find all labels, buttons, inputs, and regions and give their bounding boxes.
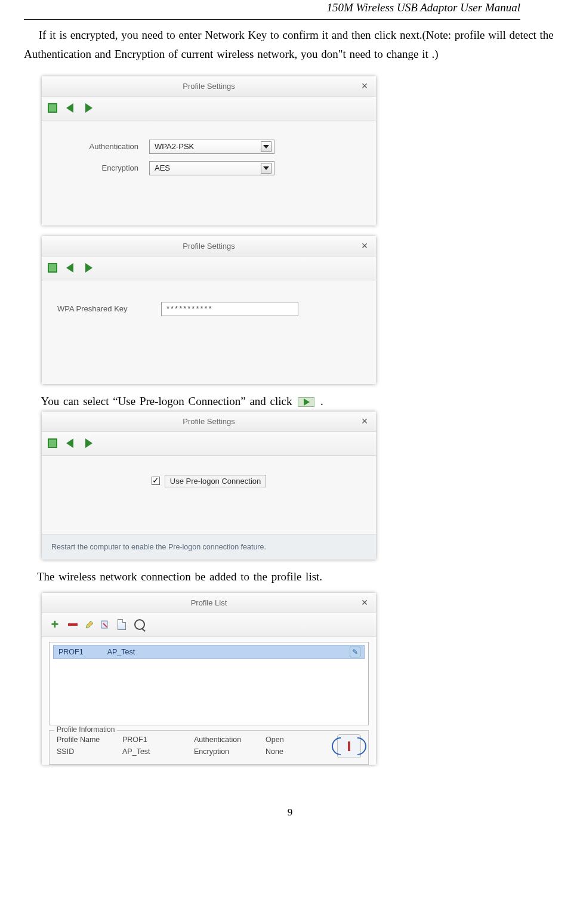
profile-list-toolbar: +	[42, 613, 376, 637]
profile-name-label: Profile Name	[57, 736, 122, 744]
encryption-value: AES	[155, 163, 170, 172]
authentication-select[interactable]: WPA2-PSK	[149, 140, 274, 154]
page-header: 150M Wireless USB Adaptor User Manual	[24, 1, 520, 14]
close-icon[interactable]: ×	[359, 81, 370, 91]
scan-icon	[134, 619, 145, 630]
dialog-title: Profile Settings ×	[42, 236, 376, 257]
dialog-title-text: Profile Settings	[183, 242, 235, 251]
prelogon-checkbox[interactable]	[152, 477, 160, 485]
dialog-title-text: Profile Settings	[183, 82, 235, 91]
profile-list: PROF1 AP_Test ✎	[49, 642, 369, 725]
row-action-icon[interactable]: ✎	[350, 647, 360, 657]
stop-icon[interactable]	[48, 438, 57, 448]
dialog-toolbar	[42, 257, 376, 280]
scan-button[interactable]	[134, 619, 146, 631]
encryption-label: Encryption	[54, 163, 149, 172]
dialog-title: Profile Settings ×	[42, 76, 376, 97]
signal-icon	[337, 734, 361, 758]
dialog-toolbar	[42, 97, 376, 120]
dialog-title-text: Profile List	[191, 598, 227, 607]
back-button[interactable]	[63, 437, 76, 450]
pencil-doc-icon	[100, 620, 110, 629]
profile-settings-dialog-3: Profile Settings × Use Pre-logon Connect…	[42, 412, 376, 560]
profile-settings-dialog-1: Profile Settings × Authentication WPA2-P…	[42, 76, 376, 225]
arrow-left-icon	[66, 438, 73, 448]
next-button[interactable]	[82, 437, 95, 450]
prelogon-checkbox-label: Use Pre-logon Connection	[165, 475, 266, 487]
paragraph-3a: You can select “Use Pre-logon Connection…	[41, 395, 297, 407]
close-icon[interactable]: ×	[359, 416, 370, 427]
arrow-right-icon	[85, 103, 92, 113]
enc-label: Encryption	[194, 747, 266, 756]
profile-name-value: PROF1	[122, 736, 194, 744]
profile-list-row[interactable]: PROF1 AP_Test ✎	[53, 645, 365, 659]
ssid-value: AP_Test	[122, 747, 194, 756]
preshared-key-value: ***********	[166, 304, 213, 313]
stop-icon[interactable]	[48, 263, 57, 273]
close-icon[interactable]: ×	[359, 240, 370, 251]
prelogon-note: Restart the computer to enable the Pre-l…	[42, 534, 376, 560]
document-icon	[118, 619, 126, 630]
chevron-down-icon	[263, 145, 269, 149]
arrow-left-icon	[66, 263, 73, 273]
next-button[interactable]	[82, 261, 95, 274]
auth-label: Authentication	[194, 736, 266, 744]
arrow-right-icon	[304, 398, 310, 406]
page-number: 9	[24, 806, 556, 818]
back-button[interactable]	[63, 261, 76, 274]
preshared-key-input[interactable]: ***********	[161, 302, 298, 316]
dialog-title-text: Profile Settings	[183, 417, 235, 426]
authentication-value: WPA2-PSK	[155, 142, 194, 151]
dialog-toolbar	[42, 432, 376, 456]
add-profile-button[interactable]: +	[49, 619, 61, 631]
profile-list-dialog: Profile List × + PROF1 AP_Test ✎ Profile…	[42, 593, 376, 765]
back-button[interactable]	[63, 101, 76, 115]
pencil-icon	[85, 620, 94, 629]
dialog-title: Profile List ×	[42, 593, 376, 613]
import-profile-button[interactable]	[116, 619, 128, 631]
arrow-right-icon	[85, 438, 92, 448]
arrow-left-icon	[66, 103, 73, 113]
auth-value: Open	[266, 736, 313, 744]
ssid-label: SSID	[57, 747, 122, 756]
remove-profile-button[interactable]	[67, 619, 79, 631]
dialog-title: Profile Settings ×	[42, 412, 376, 432]
paragraph-3: You can select “Use Pre-logon Connection…	[24, 395, 556, 408]
row-profile-ssid: AP_Test	[107, 648, 135, 656]
arrow-right-icon	[85, 263, 92, 273]
fieldset-title: Profile Information	[54, 725, 117, 734]
profile-information-fieldset: Profile Information Profile Name PROF1 A…	[49, 730, 369, 765]
paragraph-4: The wireless network connection be added…	[37, 570, 556, 583]
row-profile-name: PROF1	[58, 648, 84, 656]
stop-icon[interactable]	[48, 103, 57, 113]
dropdown-button[interactable]	[261, 163, 272, 174]
preshared-key-label: WPA Preshared Key	[54, 304, 161, 313]
close-icon[interactable]: ×	[359, 597, 370, 608]
chevron-down-icon	[263, 166, 269, 170]
minus-icon	[68, 623, 78, 626]
encryption-select[interactable]: AES	[149, 161, 274, 175]
dropdown-button[interactable]	[261, 141, 272, 152]
inline-next-icon	[298, 397, 314, 407]
header-rule	[24, 19, 520, 20]
paragraph-1: If it is encrypted, you need to enter Ne…	[24, 26, 556, 64]
authentication-label: Authentication	[54, 142, 149, 151]
enc-value: None	[266, 747, 313, 756]
edit-profile-button[interactable]	[85, 620, 94, 629]
next-button[interactable]	[82, 101, 95, 115]
profile-settings-dialog-2: Profile Settings × WPA Preshared Key ***…	[42, 236, 376, 384]
paragraph-3b: .	[320, 395, 323, 407]
duplicate-profile-button[interactable]	[100, 620, 110, 629]
